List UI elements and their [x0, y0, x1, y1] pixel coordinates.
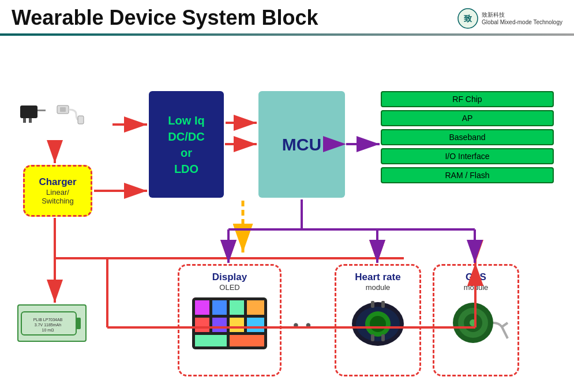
display-label: Display: [212, 272, 247, 283]
right-boxes: RF Chip AP Baseband I/O Interface RAM / …: [381, 91, 554, 183]
svg-rect-29: [371, 301, 374, 308]
svg-rect-2: [20, 105, 37, 118]
dcdc-label: Low IqDC/DCorLDO: [168, 112, 204, 177]
charger-sub: Linear/Switching: [42, 188, 74, 205]
heart-rate-sub: module: [366, 283, 391, 292]
right-box-ram: RAM / Flash: [381, 167, 554, 183]
usb-cable-icon: [56, 100, 85, 126]
mcu-label: MCU: [282, 135, 321, 154]
svg-rect-3: [23, 118, 26, 123]
svg-text:致: 致: [464, 14, 472, 23]
svg-rect-23: [195, 335, 227, 346]
svg-rect-15: [195, 300, 209, 315]
svg-rect-24: [230, 335, 264, 346]
svg-rect-22: [247, 318, 264, 332]
svg-rect-10: [76, 318, 81, 329]
display-image: [192, 297, 267, 349]
battery-image: PLIB LP7034AB 3.7V 1185mAh 10 mΩ: [17, 304, 87, 342]
svg-rect-32: [381, 334, 385, 341]
svg-rect-4: [29, 118, 32, 123]
right-box-ap: AP: [381, 110, 554, 126]
svg-rect-20: [212, 318, 227, 332]
divider: [0, 33, 574, 36]
svg-rect-7: [60, 107, 66, 112]
gps-label: GPS: [466, 272, 486, 283]
diagram: Low IqDC/DCorLDO MCU Charger Linear/Swit…: [0, 39, 574, 385]
svg-rect-30: [381, 301, 385, 308]
logo-area: 致 致新科技 Global Mixed-mode Technology: [457, 8, 562, 29]
svg-point-28: [370, 316, 386, 332]
display-sub: OLED: [219, 283, 239, 292]
gps-sub: module: [464, 283, 489, 292]
dcdc-block: Low IqDC/DCorLDO: [149, 91, 224, 198]
svg-rect-17: [230, 300, 244, 315]
logo-text: 致新科技 Global Mixed-mode Technology: [482, 11, 562, 26]
charger-block: Charger Linear/Switching: [23, 165, 92, 217]
svg-point-36: [470, 319, 477, 326]
dots-separator: • •: [293, 316, 312, 334]
svg-rect-21: [230, 318, 244, 332]
svg-rect-18: [247, 300, 264, 315]
header: Wearable Device System Block 致 致新科技 Glob…: [0, 0, 574, 30]
heart-rate-image: [343, 295, 412, 349]
page-title: Wearable Device System Block: [12, 6, 318, 30]
svg-rect-31: [371, 334, 374, 341]
svg-rect-16: [212, 300, 227, 315]
svg-rect-5: [37, 110, 46, 111]
svg-text:PLIB LP7034AB: PLIB LP7034AB: [33, 318, 63, 322]
svg-text:3.7V 1185mAh: 3.7V 1185mAh: [35, 323, 61, 327]
logo-icon: 致: [457, 8, 478, 29]
svg-rect-8: [78, 116, 84, 124]
power-adapter-icon: [17, 97, 49, 129]
gps-image: [441, 295, 511, 349]
heart-rate-module: Heart rate module: [335, 264, 421, 376]
display-module: Display OLED: [178, 264, 282, 376]
svg-rect-19: [195, 318, 209, 332]
right-box-baseband: Baseband: [381, 129, 554, 145]
heart-rate-label: Heart rate: [355, 272, 400, 283]
charger-label: Charger: [39, 176, 76, 188]
right-box-io: I/O Interface: [381, 148, 554, 164]
mcu-block: MCU: [258, 91, 345, 198]
svg-text:10 mΩ: 10 mΩ: [42, 328, 54, 332]
right-box-rf: RF Chip: [381, 91, 554, 107]
top-icons: [17, 97, 85, 129]
gps-module: GPS module: [433, 264, 519, 376]
